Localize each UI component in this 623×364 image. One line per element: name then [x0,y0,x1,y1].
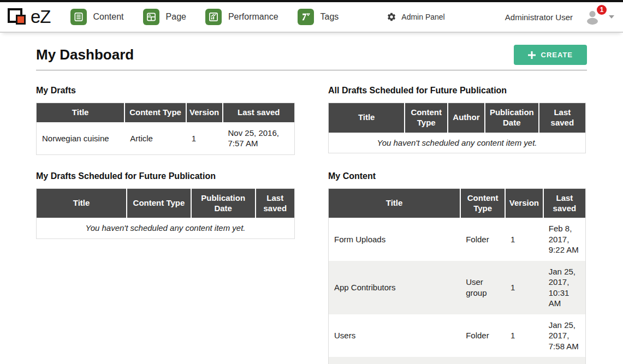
panel-title: My Drafts [36,86,295,96]
nav-item-tags[interactable]: Tags [298,9,339,25]
nav-item-page[interactable]: Page [143,9,186,25]
table-row[interactable]: AppFolder1Jan 25, 2017, 7:55 AM [329,357,586,364]
title-divider [36,70,587,70]
table-cell: 1 [505,314,543,357]
header-row: TitleContent TypePublication DateLast sa… [37,188,295,218]
user-name: Administrator User [505,13,573,22]
nav-item-label: Content [93,12,124,22]
top-navbar: eZ Content Page Performance Tags [0,2,623,33]
table-cell: Article [124,122,186,155]
column-header: Content Type [124,103,186,122]
column-header: Publication Date [485,103,539,133]
table-cell: App Contributors [329,261,461,314]
column-header: Content Type [405,103,448,133]
all-drafts-scheduled-panel: All Drafts Scheduled for Future Publicat… [328,86,586,153]
nav-item-performance[interactable]: Performance [205,9,278,25]
create-button[interactable]: CREATE [514,45,587,65]
my-content-panel: My Content TitleContent TypeVersionLast … [328,171,586,364]
table-cell: 1 [505,218,543,261]
table-cell: Norwegian cuisine [37,122,125,155]
table-cell: App [329,357,461,364]
column-header: Last saved [539,103,586,133]
my-drafts-scheduled-panel: My Drafts Scheduled for Future Publicati… [36,171,295,239]
tags-icon [298,9,314,25]
table-cell: 1 [505,357,543,364]
column-header: Version [186,103,223,122]
nav-item-content[interactable]: Content [70,9,124,25]
nav-item-label: Performance [228,12,278,22]
panel-title: All Drafts Scheduled for Future Publicat… [328,86,586,96]
column-header: Author [448,103,485,133]
my-drafts-panel: My Drafts TitleContent TypeVersionLast s… [36,86,295,155]
table-cell: Jan 25, 2017, 10:31 AM [543,261,586,314]
table-cell: Folder [460,218,505,261]
table-row[interactable]: Form UploadsFolder1Feb 8, 2017, 9:22 AM [329,218,586,261]
admin-panel-label: Admin Panel [401,13,444,21]
table-cell: Jan 25, 2017, 7:55 AM [543,357,586,364]
empty-message: You haven't scheduled any content item y… [329,133,586,153]
table-cell: Nov 25, 2016, 7:57 AM [223,122,295,155]
empty-message: You haven't scheduled any content item y… [37,218,295,238]
column-header: Content Type [460,188,505,218]
column-header: Title [37,103,125,122]
dashboard-grid: My Drafts TitleContent TypeVersionLast s… [0,86,623,364]
chevron-down-icon[interactable] [609,15,614,19]
column-header: Last saved [543,188,586,218]
admin-panel-menu[interactable]: Admin Panel [387,12,444,22]
create-button-label: CREATE [541,51,573,59]
nav-item-label: Page [166,12,186,22]
table-cell: Feb 8, 2017, 9:22 AM [543,218,586,261]
empty-row: You haven't scheduled any content item y… [329,133,586,153]
column-header: Publication Date [191,188,256,218]
empty-row: You haven't scheduled any content item y… [37,218,295,238]
table-cell: 1 [505,261,543,314]
table-cell: Form Uploads [329,218,461,261]
plus-icon [528,51,536,59]
page-icon [143,9,159,25]
user-area: Administrator User 1 [505,9,614,25]
table-row[interactable]: App ContributorsUser group1Jan 25, 2017,… [329,261,586,314]
column-header: Version [505,188,543,218]
table-row[interactable]: Norwegian cuisineArticle1Nov 25, 2016, 7… [37,122,295,155]
table-cell: User group [460,261,505,314]
all-drafts-scheduled-table: TitleContent TypeAuthorPublication DateL… [328,103,586,153]
notification-badge[interactable]: 1 [597,5,607,15]
column-header: Content Type [127,188,191,218]
page-title: My Dashboard [36,46,134,63]
table-row[interactable]: UsersFolder1Jan 25, 2017, 7:58 AM [329,314,586,357]
content-icon [70,9,87,25]
column-header: Last saved [223,103,295,122]
column-header: Last saved [256,188,295,218]
column-header: Title [329,188,461,218]
my-content-table: TitleContent TypeVersionLast savedForm U… [328,188,586,364]
column-header: Title [329,103,405,133]
table-cell: Folder [460,357,505,364]
ez-logo-text: eZ [31,7,51,27]
table-cell: Users [329,314,461,357]
user-menu[interactable]: 1 [584,9,601,25]
panel-title: My Content [328,171,586,181]
table-cell: Folder [460,314,505,357]
header-row: TitleContent TypeVersionLast saved [329,188,586,218]
panel-title: My Drafts Scheduled for Future Publicati… [36,171,295,181]
my-drafts-scheduled-table: TitleContent TypePublication DateLast sa… [36,188,295,239]
my-drafts-table: TitleContent TypeVersionLast savedNorweg… [36,103,295,155]
table-cell: Jan 25, 2017, 7:58 AM [543,314,586,357]
ez-logo-icon [8,7,28,27]
header-row: TitleContent TypeAuthorPublication DateL… [329,103,586,133]
ez-logo[interactable]: eZ [8,7,51,27]
gear-icon [387,12,396,22]
column-header: Title [37,188,127,218]
main-nav: Content Page Performance Tags [70,9,339,25]
performance-icon [205,9,222,25]
nav-item-label: Tags [321,12,339,22]
table-cell: 1 [186,122,223,155]
header-row: TitleContent TypeVersionLast saved [37,103,295,122]
